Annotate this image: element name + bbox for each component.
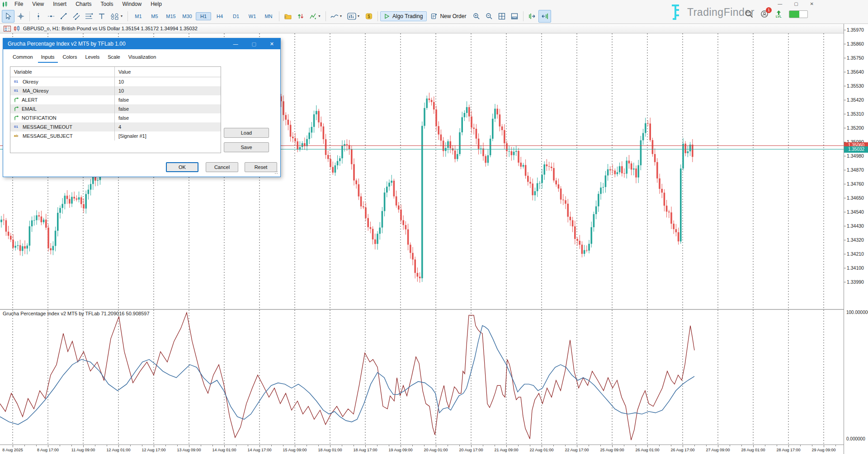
dialog-close-button[interactable]: ✕ [270, 41, 274, 47]
shapes-tool-button[interactable]: ▼ [108, 10, 125, 23]
table-row[interactable]: 01MA_Okresy10 [10, 86, 221, 95]
price-tick-label: 1.35750 [847, 55, 864, 61]
save-button[interactable]: Save [224, 142, 269, 152]
time-tick-mark [60, 445, 60, 446]
up-arrow-icon [776, 10, 781, 15]
timeframe-h4[interactable]: H4 [212, 12, 227, 20]
price-tick-label: 1.35640 [847, 69, 864, 75]
menu-item-window[interactable]: Window [118, 0, 146, 9]
tab-colors[interactable]: Colors [60, 53, 80, 63]
crosshair-tool-button[interactable] [14, 10, 27, 23]
time-tick-mark [506, 445, 507, 447]
load-button[interactable]: Load [224, 128, 269, 138]
reset-button[interactable]: Reset [245, 162, 277, 172]
horizontal-line-tool-button[interactable] [45, 10, 57, 23]
tile-windows-button[interactable] [495, 10, 508, 23]
table-row[interactable]: NOTIFICATIONfalse [10, 113, 221, 122]
cursor-tool-button[interactable] [2, 10, 14, 23]
table-row[interactable]: 01MESSAGE_TIMEOUT4 [10, 122, 221, 131]
menu-item-view[interactable]: View [28, 0, 48, 9]
time-tick-mark [189, 445, 189, 447]
profiles-button[interactable] [282, 10, 294, 23]
tab-common[interactable]: Common [9, 53, 36, 63]
parameter-value-cell[interactable]: 4 [115, 122, 221, 131]
price-tick-label: 1.34100 [847, 265, 864, 271]
timeframe-m1[interactable]: M1 [131, 12, 146, 20]
lvl-indicator[interactable]: LVL [776, 10, 782, 18]
parameter-value-cell[interactable]: 10 [115, 86, 221, 95]
indicators-button[interactable]: ▼ [307, 10, 323, 23]
window-minimize-button[interactable]: — [778, 0, 782, 8]
auto-scroll-button[interactable] [538, 10, 551, 23]
parameter-value-cell[interactable]: false [115, 95, 221, 104]
timeframe-w1[interactable]: W1 [245, 12, 260, 20]
new-order-button[interactable]: New Order [427, 11, 470, 21]
vertical-line-tool-button[interactable] [32, 10, 45, 23]
table-row[interactable]: EMAILfalse [10, 104, 221, 113]
table-row[interactable]: abMESSAGE_SUBJECT[Signaler #1] [10, 131, 221, 140]
time-tick-mark [48, 445, 48, 447]
tab-visualization[interactable]: Visualization [125, 53, 160, 63]
cancel-button[interactable]: Cancel [206, 162, 238, 172]
time-tick-mark [271, 445, 272, 446]
window-restore-button[interactable]: ▢ [794, 0, 798, 8]
time-tick-label: 14 Aug 01:00 [212, 448, 236, 452]
resize-grip[interactable] [274, 171, 279, 175]
tab-scale[interactable]: Scale [104, 53, 123, 63]
time-axis[interactable]: 8 Aug 20258 Aug 17:0011 Aug 09:0012 Aug … [0, 445, 844, 454]
quotes-list-icon[interactable] [4, 26, 11, 32]
dialog-maximize-button[interactable]: ▢ [251, 41, 256, 47]
dialog-titlebar[interactable]: Grucha Percentage Index v2 MT5 by TFLab … [3, 38, 280, 49]
timeframe-m5[interactable]: M5 [147, 12, 162, 20]
indicator-chart[interactable] [0, 310, 844, 445]
time-tick-label: 28 Aug 17:00 [776, 448, 800, 452]
parameter-value-cell[interactable]: 10 [115, 77, 221, 86]
toolbar-separator [326, 11, 326, 21]
timeframe-mn[interactable]: MN [261, 12, 276, 20]
ok-button[interactable]: OK [166, 162, 198, 172]
menu-item-charts[interactable]: Charts [71, 0, 96, 9]
connection-toggle[interactable] [789, 10, 808, 18]
time-tick-label: 15 Aug 09:00 [283, 448, 307, 452]
toolbar-separator [523, 11, 524, 21]
timeframe-h1[interactable]: H1 [196, 12, 211, 20]
shift-end-button[interactable] [526, 10, 538, 23]
currency-button[interactable]: $ [363, 10, 375, 23]
candle-chart-mode-button[interactable]: ▼ [344, 10, 363, 23]
menu-item-help[interactable]: Help [146, 0, 166, 9]
toggle-panel-button[interactable] [508, 10, 521, 23]
notifications-button[interactable]: 1 [760, 10, 769, 18]
equidistant-lines-tool-button[interactable] [83, 10, 95, 23]
price-axis[interactable]: 1.359701.358601.357501.356401.355301.354… [844, 24, 868, 454]
parameter-value-cell[interactable]: false [115, 113, 221, 122]
line-chart-mode-button[interactable]: ▼ [328, 10, 344, 23]
timeframe-d1[interactable]: D1 [228, 12, 244, 20]
menu-item-insert[interactable]: Insert [48, 0, 71, 9]
search-icon[interactable] [745, 10, 753, 18]
timeframe-m30[interactable]: M30 [179, 12, 195, 20]
tab-inputs[interactable]: Inputs [38, 53, 58, 63]
window-close-button[interactable]: ✕ [810, 0, 814, 8]
channel-tool-button[interactable] [70, 10, 83, 23]
chart-symbol-icon[interactable] [14, 26, 20, 32]
parameter-value-cell[interactable]: false [115, 104, 221, 113]
menu-item-tools[interactable]: Tools [96, 0, 118, 9]
parameter-value-cell[interactable]: [Signaler #1] [115, 131, 221, 140]
time-tick-mark [130, 445, 131, 446]
price-tick-label: 1.34430 [847, 223, 864, 229]
zoom-in-button[interactable] [470, 10, 483, 23]
table-row[interactable]: 01Okresy10 [10, 77, 221, 86]
text-tool-button[interactable] [95, 10, 108, 23]
menu-item-file[interactable]: File [10, 0, 28, 9]
dialog-minimize-button[interactable]: — [233, 41, 238, 47]
time-tick-mark [154, 445, 154, 447]
algo-trading-button[interactable]: Algo Trading [380, 11, 427, 21]
tab-levels[interactable]: Levels [82, 53, 103, 63]
table-row[interactable]: ALERTfalse [10, 95, 221, 104]
timeframe-m15[interactable]: M15 [163, 12, 179, 20]
shift-end-icon [528, 13, 536, 20]
trendline-tool-button[interactable] [57, 10, 70, 23]
parameters-table[interactable]: VariableValue01Okresy1001MA_Okresy10ALER… [10, 66, 221, 153]
deposit-withdraw-button[interactable] [294, 10, 307, 23]
zoom-out-button[interactable] [483, 10, 495, 23]
